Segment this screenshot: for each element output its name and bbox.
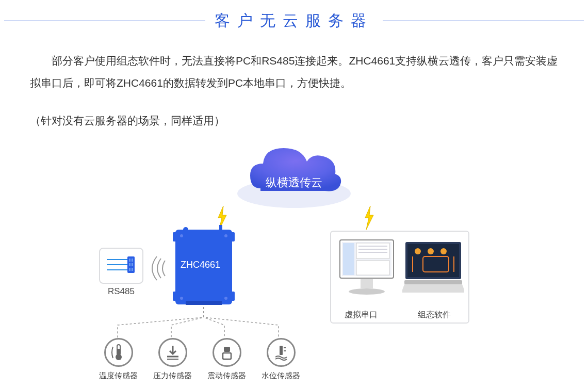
svg-rect-17 (129, 259, 130, 262)
sensor-temperature: 温度传感器 (99, 338, 138, 381)
sensor-row: 温度传感器 压力传感器 震动传感器 水位传感器 (99, 338, 300, 381)
svg-point-32 (349, 288, 385, 295)
sensor-label: 压力传感器 (153, 371, 192, 381)
lightning-icon (361, 205, 377, 233)
diagram-container: 纵横透传云 ZHC4661 (0, 132, 588, 379)
svg-point-10 (180, 297, 183, 300)
page-title: 客户无云服务器 (205, 10, 383, 31)
svg-rect-21 (129, 268, 130, 271)
svg-point-36 (428, 248, 434, 254)
sensor-label: 温度传感器 (99, 371, 138, 381)
title-line-left (4, 21, 205, 21)
svg-rect-44 (118, 349, 120, 356)
rs485-module (99, 248, 143, 284)
monitor-label-right: 组态软件 (418, 310, 451, 320)
svg-rect-12 (186, 301, 222, 305)
description-note: （针对没有云服务器的场景，同样适用） (0, 109, 588, 132)
pressure-icon (158, 338, 187, 367)
svg-rect-3 (173, 292, 177, 301)
svg-rect-41 (404, 280, 462, 284)
monitor-scada (402, 236, 464, 318)
device-label: ZHC4661 (181, 260, 220, 270)
svg-point-35 (415, 248, 421, 254)
vibration-icon (213, 338, 241, 367)
svg-rect-19 (129, 263, 130, 266)
title-line-right (383, 21, 584, 21)
svg-rect-31 (361, 279, 373, 288)
svg-rect-5 (231, 292, 235, 301)
wireless-icon (151, 255, 169, 283)
svg-rect-47 (224, 347, 230, 352)
sensor-label: 震动传感器 (207, 371, 246, 381)
sensor-vibration: 震动传感器 (207, 338, 246, 381)
svg-rect-25 (343, 243, 354, 275)
svg-rect-26 (356, 243, 389, 259)
svg-point-9 (224, 234, 227, 237)
svg-rect-2 (173, 232, 177, 241)
rs485-icon (107, 256, 136, 275)
rs485-label: RS485 (108, 286, 135, 297)
svg-point-8 (180, 234, 183, 237)
svg-rect-49 (280, 346, 283, 355)
svg-rect-20 (132, 263, 133, 266)
svg-rect-27 (356, 261, 389, 275)
sensor-pressure: 压力传感器 (153, 338, 192, 381)
water-level-icon (267, 338, 296, 367)
svg-rect-4 (231, 232, 235, 241)
sensor-water-level: 水位传感器 (262, 338, 300, 381)
svg-rect-7 (219, 225, 222, 232)
thermometer-icon (104, 338, 133, 367)
sensor-label: 水位传感器 (262, 371, 300, 381)
monitor-virtual-serial (335, 236, 398, 318)
svg-rect-48 (223, 353, 231, 359)
svg-rect-22 (132, 268, 133, 271)
svg-rect-18 (132, 259, 133, 262)
svg-rect-16 (127, 256, 135, 273)
svg-point-37 (440, 248, 447, 254)
svg-point-11 (224, 297, 227, 300)
description-text: 部分客户使用组态软件时，无法直接将PC和RS485连接起来。ZHC4661支持纵… (0, 50, 588, 94)
title-row: 客户无云服务器 (0, 0, 588, 31)
svg-point-6 (183, 227, 188, 232)
monitor-label-left: 虚拟串口 (345, 310, 378, 320)
cloud-label: 纵横透传云 (266, 175, 322, 190)
